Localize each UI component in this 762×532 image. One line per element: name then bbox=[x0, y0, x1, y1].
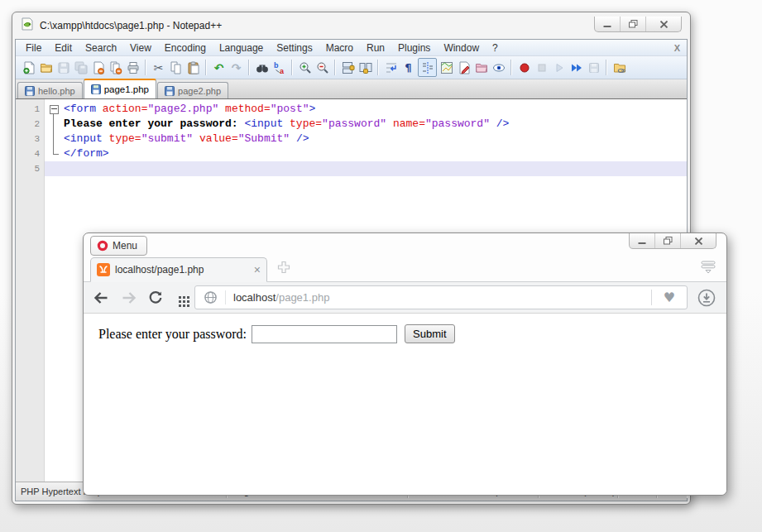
reload-icon[interactable] bbox=[148, 290, 163, 305]
menu-language[interactable]: Language bbox=[213, 42, 270, 54]
menu-window[interactable]: Window bbox=[437, 42, 486, 54]
fold-margin[interactable] bbox=[44, 161, 64, 176]
minimize-button[interactable] bbox=[630, 233, 654, 248]
find-icon[interactable] bbox=[254, 60, 270, 75]
forward-icon[interactable] bbox=[121, 291, 137, 304]
opera-logo-icon bbox=[97, 240, 108, 252]
address-bar[interactable]: localhost/page1.php ♥ bbox=[194, 285, 688, 309]
close-button[interactable] bbox=[645, 17, 681, 31]
browser-page-content: Please enter your password: Submit bbox=[84, 314, 726, 495]
fold-margin[interactable] bbox=[44, 117, 64, 132]
menu-file[interactable]: File bbox=[19, 42, 48, 54]
word-wrap-icon[interactable] bbox=[383, 60, 399, 75]
save-icon[interactable] bbox=[55, 60, 71, 75]
open-folder-icon[interactable] bbox=[38, 60, 54, 75]
browser-menu-button[interactable]: Menu bbox=[90, 236, 147, 256]
macro-record-icon[interactable] bbox=[516, 60, 532, 75]
submit-button[interactable]: Submit bbox=[405, 324, 454, 343]
sync-scroll-horizontal-icon[interactable] bbox=[357, 60, 373, 75]
tab-label: page2.php bbox=[178, 86, 221, 96]
sync-scroll-vertical-icon[interactable] bbox=[340, 60, 356, 75]
fold-collapse-icon bbox=[50, 105, 59, 114]
function-list-icon[interactable] bbox=[456, 60, 472, 75]
restore-button[interactable] bbox=[654, 233, 680, 248]
password-input[interactable] bbox=[252, 325, 397, 343]
bookmark-heart-icon[interactable]: ♥ bbox=[651, 290, 687, 305]
fold-margin[interactable] bbox=[44, 132, 64, 146]
downloads-icon[interactable] bbox=[697, 288, 716, 308]
menu-edit[interactable]: Edit bbox=[48, 42, 79, 54]
macro-save-icon[interactable] bbox=[586, 60, 601, 75]
menu-settings[interactable]: Settings bbox=[270, 42, 319, 54]
menu-encoding[interactable]: Encoding bbox=[158, 42, 213, 54]
fold-margin[interactable] bbox=[44, 102, 64, 117]
code-line: 4 </form> bbox=[16, 146, 687, 161]
redo-icon[interactable]: ↷ bbox=[228, 60, 244, 75]
fold-margin[interactable] bbox=[44, 146, 64, 161]
show-all-characters-icon[interactable]: ¶ bbox=[400, 60, 416, 75]
toolbar-separator bbox=[291, 60, 293, 75]
tab-label: hello.php bbox=[38, 86, 75, 96]
tab-page2-php[interactable]: page2.php bbox=[157, 82, 228, 98]
tab-close-icon[interactable]: × bbox=[254, 264, 261, 276]
toolbar-separator bbox=[377, 60, 379, 75]
code-line-current[interactable]: 5 bbox=[16, 161, 687, 176]
document-tabbar: hello.php page1.php page2.php bbox=[16, 79, 687, 98]
menu-run[interactable]: Run bbox=[360, 42, 391, 54]
menu-help[interactable]: ? bbox=[486, 42, 505, 54]
minimize-button[interactable] bbox=[595, 17, 620, 31]
site-badge-icon[interactable] bbox=[195, 290, 226, 304]
close-button[interactable] bbox=[680, 233, 716, 248]
document-monitor-icon[interactable] bbox=[491, 60, 506, 75]
undo-icon[interactable]: ↶ bbox=[211, 60, 227, 75]
document-map-icon[interactable] bbox=[439, 60, 454, 75]
indent-guide-icon[interactable] bbox=[418, 58, 437, 77]
paste-icon[interactable] bbox=[185, 60, 201, 75]
copy-icon[interactable] bbox=[168, 60, 184, 75]
line-number: 1 bbox=[16, 102, 44, 117]
cut-icon[interactable]: ✂ bbox=[151, 60, 166, 75]
print-icon[interactable] bbox=[125, 60, 141, 75]
notepadpp-titlebar[interactable]: C:\xampp\htdocs\page1.php - Notepad++ bbox=[12, 12, 690, 39]
menu-view[interactable]: View bbox=[123, 42, 158, 54]
new-file-icon[interactable] bbox=[21, 60, 36, 75]
zoom-out-icon[interactable] bbox=[314, 60, 330, 75]
speed-dial-icon[interactable] bbox=[179, 296, 181, 299]
password-form: Please enter your password: Submit bbox=[84, 314, 726, 343]
tab-page1-php[interactable]: page1.php bbox=[84, 79, 156, 98]
tab-menu-icon[interactable] bbox=[701, 261, 716, 277]
toolbar-separator bbox=[334, 60, 336, 75]
browser-titlebar[interactable]: Menu bbox=[84, 233, 726, 256]
folder-as-workspace-icon[interactable] bbox=[473, 60, 489, 75]
url-host: localhost bbox=[233, 291, 276, 304]
close-file-icon[interactable] bbox=[90, 60, 106, 75]
notepadpp-app-icon bbox=[21, 17, 34, 34]
menubar: File Edit Search View Encoding Language … bbox=[16, 40, 687, 56]
open-containing-folder-icon[interactable] bbox=[611, 60, 627, 75]
save-all-icon[interactable] bbox=[73, 60, 89, 75]
browser-toolbar: localhost/page1.php ♥ bbox=[84, 282, 726, 314]
code-line: 2 Please enter your password: <input typ… bbox=[16, 117, 687, 132]
menu-search[interactable]: Search bbox=[79, 42, 123, 54]
tab-hello-php[interactable]: hello.php bbox=[17, 82, 83, 98]
toolbar: ✂ ↶ ↷ ba ¶ bbox=[16, 56, 687, 79]
browser-tabbar: localhost/page1.php × bbox=[84, 256, 726, 282]
tab-label: page1.php bbox=[104, 84, 149, 94]
macro-run-multiple-icon[interactable] bbox=[568, 60, 584, 75]
macro-play-icon[interactable] bbox=[551, 60, 567, 75]
replace-icon[interactable]: ba bbox=[271, 60, 287, 75]
macro-stop-icon[interactable] bbox=[534, 60, 549, 75]
code-text: </form> bbox=[64, 146, 109, 161]
restore-button[interactable] bbox=[620, 17, 645, 31]
zoom-in-icon[interactable] bbox=[297, 60, 313, 75]
code-text: <form action="page2.php" method="post"> bbox=[64, 102, 315, 117]
window-controls bbox=[594, 17, 682, 32]
tab-localhost-page1[interactable]: localhost/page1.php × bbox=[90, 257, 267, 282]
menu-macro[interactable]: Macro bbox=[319, 42, 360, 54]
new-tab-button[interactable] bbox=[277, 261, 290, 277]
back-icon[interactable] bbox=[93, 291, 109, 304]
menu-plugins[interactable]: Plugins bbox=[391, 42, 437, 54]
menubar-close-icon[interactable]: X bbox=[674, 43, 680, 53]
url-text[interactable]: localhost/page1.php bbox=[226, 291, 651, 304]
close-all-icon[interactable] bbox=[108, 60, 123, 75]
